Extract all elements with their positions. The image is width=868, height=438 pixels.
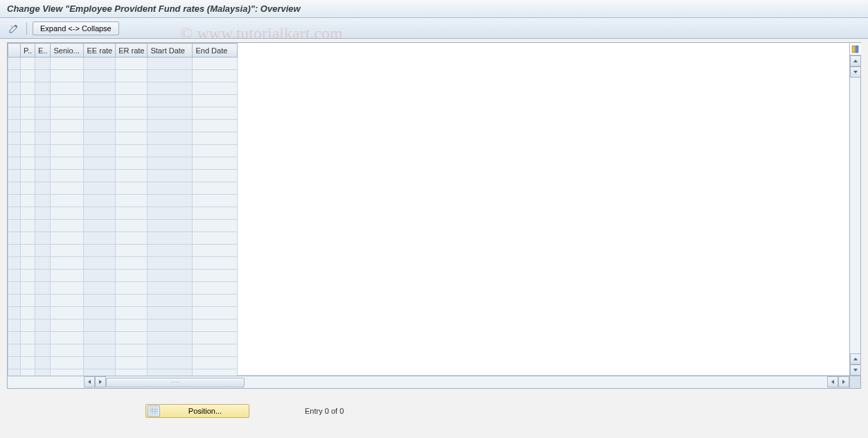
row-selector[interactable] (8, 282, 21, 295)
table-cell[interactable] (148, 357, 193, 369)
column-header-start-date[interactable]: Start Date (148, 44, 193, 58)
table-cell[interactable] (84, 257, 116, 270)
row-selector[interactable] (8, 145, 21, 157)
select-all-header[interactable] (8, 44, 21, 58)
table-cell[interactable] (84, 170, 116, 182)
table-cell[interactable] (116, 95, 148, 107)
table-cell[interactable] (116, 270, 148, 282)
table-cell[interactable] (21, 195, 35, 207)
scroll-up-button-2[interactable] (850, 353, 861, 365)
row-selector[interactable] (8, 58, 21, 70)
scroll-down-button-2[interactable] (850, 365, 861, 376)
table-cell[interactable] (148, 95, 193, 107)
table-cell[interactable] (193, 270, 238, 282)
table-cell[interactable] (84, 182, 116, 195)
table-cell[interactable] (21, 70, 35, 82)
table-cell[interactable] (193, 58, 238, 70)
row-selector[interactable] (8, 82, 21, 95)
table-cell[interactable] (193, 319, 238, 332)
table-cell[interactable] (21, 257, 35, 270)
table-cell[interactable] (193, 232, 238, 245)
table-cell[interactable] (21, 120, 35, 132)
table-cell[interactable] (51, 82, 84, 95)
table-cell[interactable] (21, 58, 35, 70)
table-cell[interactable] (35, 207, 51, 220)
table-cell[interactable] (51, 107, 84, 120)
table-cell[interactable] (84, 369, 116, 376)
scroll-left-button-2[interactable] (827, 376, 838, 387)
row-selector[interactable] (8, 270, 21, 282)
table-cell[interactable] (148, 182, 193, 195)
table-cell[interactable] (84, 107, 116, 120)
table-cell[interactable] (148, 207, 193, 220)
table-cell[interactable] (193, 70, 238, 82)
row-selector[interactable] (8, 232, 21, 245)
table-cell[interactable] (116, 344, 148, 357)
table-settings-icon[interactable] (850, 43, 861, 55)
table-cell[interactable] (84, 58, 116, 70)
table-cell[interactable] (51, 295, 84, 307)
table-cell[interactable] (148, 220, 193, 232)
row-selector[interactable] (8, 369, 21, 376)
column-header-end-date[interactable]: End Date (193, 44, 238, 58)
table-cell[interactable] (193, 132, 238, 145)
table-cell[interactable] (21, 282, 35, 295)
table-cell[interactable] (116, 332, 148, 344)
table-cell[interactable] (84, 282, 116, 295)
table-cell[interactable] (51, 245, 84, 257)
table-cell[interactable] (35, 170, 51, 182)
table-cell[interactable] (51, 344, 84, 357)
table-cell[interactable] (116, 132, 148, 145)
table-cell[interactable] (116, 58, 148, 70)
row-selector[interactable] (8, 107, 21, 120)
table-cell[interactable] (51, 220, 84, 232)
table-cell[interactable] (84, 157, 116, 170)
table-cell[interactable] (35, 195, 51, 207)
table-cell[interactable] (84, 207, 116, 220)
table-cell[interactable] (148, 319, 193, 332)
table-cell[interactable] (21, 357, 35, 369)
table-cell[interactable] (148, 170, 193, 182)
table-cell[interactable] (193, 220, 238, 232)
table-cell[interactable] (193, 120, 238, 132)
table-cell[interactable] (51, 270, 84, 282)
table-cell[interactable] (193, 295, 238, 307)
table-cell[interactable] (193, 95, 238, 107)
table-cell[interactable] (193, 157, 238, 170)
table-cell[interactable] (21, 182, 35, 195)
table-cell[interactable] (116, 107, 148, 120)
table-cell[interactable] (193, 369, 238, 376)
table-cell[interactable] (51, 195, 84, 207)
row-selector[interactable] (8, 207, 21, 220)
table-cell[interactable] (35, 157, 51, 170)
table-cell[interactable] (84, 232, 116, 245)
table-cell[interactable] (116, 195, 148, 207)
column-header-er-rate[interactable]: ER rate (116, 44, 148, 58)
table-cell[interactable] (84, 307, 116, 319)
table-cell[interactable] (193, 282, 238, 295)
row-selector[interactable] (8, 245, 21, 257)
row-selector[interactable] (8, 307, 21, 319)
table-cell[interactable] (148, 132, 193, 145)
table-cell[interactable] (84, 82, 116, 95)
table-cell[interactable] (21, 145, 35, 157)
table-cell[interactable] (21, 332, 35, 344)
row-selector[interactable] (8, 344, 21, 357)
table-cell[interactable] (21, 207, 35, 220)
table-cell[interactable] (84, 319, 116, 332)
table-cell[interactable] (116, 157, 148, 170)
table-cell[interactable] (35, 257, 51, 270)
table-cell[interactable] (84, 295, 116, 307)
table-cell[interactable] (51, 207, 84, 220)
table-cell[interactable] (148, 157, 193, 170)
table-cell[interactable] (116, 220, 148, 232)
table-cell[interactable] (193, 307, 238, 319)
table-cell[interactable] (51, 170, 84, 182)
table-cell[interactable] (193, 357, 238, 369)
table-cell[interactable] (51, 120, 84, 132)
table-cell[interactable] (51, 257, 84, 270)
table-cell[interactable] (21, 270, 35, 282)
horizontal-scroll-track[interactable]: ···· (106, 376, 827, 388)
table-cell[interactable] (84, 120, 116, 132)
table-cell[interactable] (84, 245, 116, 257)
